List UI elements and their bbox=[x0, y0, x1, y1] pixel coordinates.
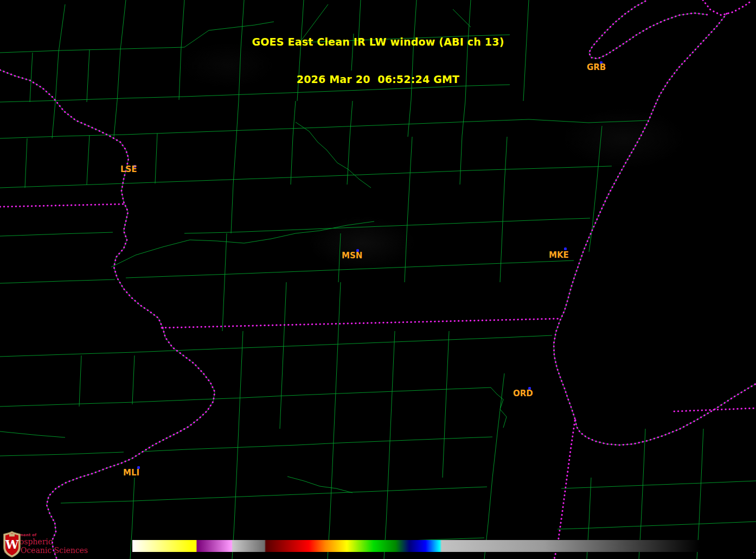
crest-letter: W bbox=[5, 537, 19, 551]
lake-michigan-south-shore bbox=[575, 384, 756, 445]
station-label-msn: MSN bbox=[342, 252, 362, 259]
title-line1: GOES East Clean IR LW window (ABI ch 13) bbox=[0, 36, 756, 48]
station-label-mli: MLI bbox=[123, 469, 139, 477]
satellite-ir-map: GOES East Clean IR LW window (ABI ch 13)… bbox=[0, 0, 756, 559]
station-label-ord: ORD bbox=[513, 390, 533, 397]
colorbar bbox=[132, 540, 756, 552]
il-in-border bbox=[554, 421, 575, 559]
station-label-mke: MKE bbox=[549, 251, 569, 259]
wi-il-border bbox=[162, 319, 561, 328]
mn-ia-border bbox=[0, 204, 124, 207]
goes-satellite-viewer: { "header": { "title_line1": "GOES East … bbox=[0, 0, 756, 559]
station-label-grb: GRB bbox=[587, 63, 606, 71]
image-title: GOES East Clean IR LW window (ABI ch 13)… bbox=[0, 11, 756, 111]
uw-aos-logo: W Department of Atmospheric and Oceanic … bbox=[2, 531, 88, 555]
station-label-lse: LSE bbox=[120, 166, 137, 173]
uw-crest-icon: W bbox=[2, 531, 22, 558]
mississippi-river-south bbox=[47, 328, 215, 558]
lake-michigan-west-shore bbox=[554, 106, 655, 420]
title-line2: 2026 Mar 20 06:52:24 GMT bbox=[0, 73, 756, 86]
